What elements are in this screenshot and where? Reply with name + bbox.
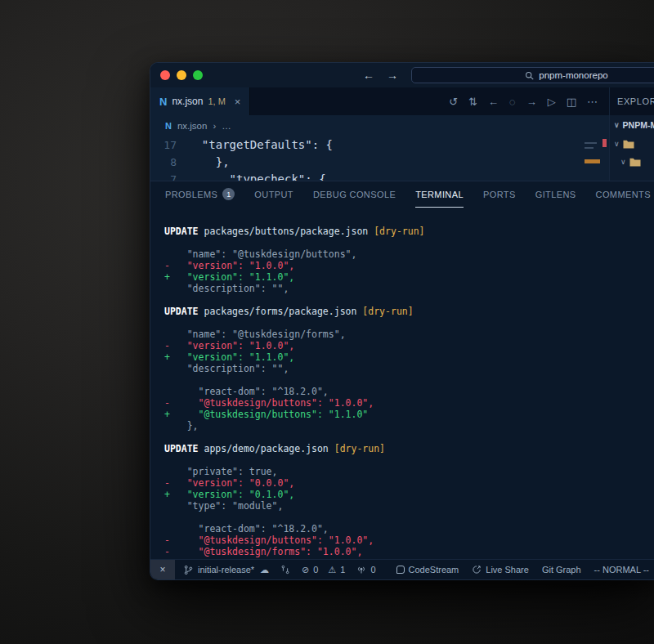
next-change-icon[interactable]: → [526, 96, 537, 107]
explorer-sidebar: ∨ PNPM-MONOREPO ∨∨ [609, 115, 654, 181]
tab-decoration: 1, M [208, 96, 225, 106]
error-icon: ⊘ [302, 565, 309, 575]
vscode-window: ← → pnpm-monorepo N nx.json 1, M × ↺⇅←◌→… [150, 62, 654, 580]
diff-added-line: + "version": "1.1.0", [164, 351, 294, 363]
panel-tab-comments[interactable]: COMMENTS [596, 181, 651, 208]
open-changes-icon[interactable]: ◌ [509, 96, 516, 107]
terminal-line: + "version": "0.1.0", [164, 489, 654, 500]
codestream-label: CodeStream [409, 565, 459, 575]
terminal-line [164, 454, 654, 466]
diff-added-line: + "version": "0.1.0", [164, 489, 294, 500]
explorer-section-header[interactable]: ∨ PNPM-MONOREPO [610, 115, 654, 135]
zoom-window-button[interactable] [193, 70, 203, 80]
explorer-folder-row[interactable]: ∨ [610, 135, 654, 153]
terminal-line: "react-dom": "^18.2.0", [164, 386, 654, 397]
diff-removed-line: - "@tuskdesign/buttons": "1.0.0", [164, 534, 374, 546]
close-window-button[interactable] [160, 70, 170, 80]
editor-line: 8 }, [150, 154, 609, 171]
live-share-status[interactable]: Live Share [472, 565, 529, 575]
ports-count: 0 [370, 565, 375, 575]
diff-context-line: "private": true, [164, 466, 277, 477]
panel-tab-ports[interactable]: PORTS [483, 181, 516, 208]
more-actions-icon[interactable]: ⋯ [587, 96, 598, 107]
status-bar-right: CodeStream Live Share Git Graph -- NORMA… [396, 565, 654, 575]
diff-context-line: "react-dom": "^18.2.0", [164, 386, 329, 397]
panel-tab-terminal[interactable]: TERMINAL [415, 181, 464, 208]
nx-file-icon: N [159, 96, 167, 108]
go-back-button[interactable]: ← [363, 69, 374, 81]
git-compare-action[interactable] [280, 565, 290, 575]
minimap-text-mark [585, 147, 594, 149]
panel-tab-label: DEBUG CONSOLE [313, 190, 396, 199]
run-icon[interactable]: ▷ [548, 96, 556, 107]
minimap[interactable] [585, 137, 607, 180]
panel-tab-label: OUTPUT [254, 190, 293, 199]
branch-name: initial-release* [198, 565, 254, 575]
terminal-line: "name": "@tuskdesign/buttons", [164, 248, 654, 260]
terminal-line: "react-dom": "^18.2.0", [164, 523, 654, 534]
codestream-status[interactable]: CodeStream [396, 565, 459, 575]
problems-status[interactable]: ⊘ 0 ⚠ 1 [302, 565, 345, 575]
minimize-window-button[interactable] [177, 70, 186, 80]
diff-removed-line: - "version": "0.0.0", [164, 477, 294, 489]
git-request-icon[interactable]: ⇅ [468, 96, 477, 107]
git-graph-status[interactable]: Git Graph [542, 565, 581, 575]
live-share-label: Live Share [486, 565, 529, 575]
terminal-line [164, 317, 654, 329]
panel-tab-output[interactable]: OUTPUT [254, 181, 293, 208]
command-center-search[interactable]: pnpm-monorepo [411, 67, 654, 83]
panel-tab-gitlens[interactable]: GITLENS [535, 181, 576, 208]
ports-status[interactable]: 0 [356, 565, 375, 575]
tab-nx-json[interactable]: N nx.json 1, M × [150, 87, 250, 115]
explorer-project-name: PNPM-MONOREPO [623, 120, 654, 130]
diff-removed-line: - "@tuskdesign/forms": "1.0.0", [164, 546, 362, 557]
go-forward-button[interactable]: → [387, 69, 398, 81]
terminal-command-text: UPDATE [164, 443, 199, 454]
panel-tab-problems[interactable]: PROBLEMS1 [165, 181, 235, 208]
terminal-line: + "@tuskdesign/buttons": "1.1.0" [164, 409, 654, 420]
terminal-line: - "version": "0.0.0", [164, 477, 654, 489]
terminal-line: "type": "module", [164, 500, 654, 512]
terminal-command-text: UPDATE [164, 226, 199, 237]
panel-tab-bar: PROBLEMS1OUTPUTDEBUG CONSOLETERMINALPORT… [150, 181, 654, 208]
terminal-line: - "@tuskdesign/buttons": "1.0.0", [164, 534, 654, 546]
git-branch-status[interactable]: initial-release* ☁ [183, 565, 269, 575]
explorer-folder-row[interactable]: ∨ [610, 153, 654, 171]
chevron-down-icon: ∨ [614, 140, 620, 148]
breadcrumb-more: … [222, 121, 231, 131]
panel-tab-label: PROBLEMS [165, 190, 217, 199]
search-icon [525, 71, 534, 80]
code-editor[interactable]: 17 "targetDefaults": {8 },7 "typecheck":… [150, 136, 609, 181]
diff-removed-line: - "version": "1.0.0", [164, 340, 294, 351]
terminal-line: - "@tuskdesign/buttons": "1.0.0", [164, 397, 654, 409]
panel-tab-debug-console[interactable]: DEBUG CONSOLE [313, 181, 396, 208]
codestream-icon [396, 566, 405, 574]
close-tab-button[interactable]: × [235, 96, 241, 108]
diff-removed-line: - "@tuskdesign/buttons": "1.0.0", [164, 397, 374, 409]
minimap-change-mark [585, 159, 600, 163]
diff-added-line: + "@tuskdesign/buttons": "1.1.0" [164, 409, 368, 420]
terminal-line: "private": true, [164, 466, 654, 477]
remote-indicator[interactable]: × [150, 560, 175, 579]
search-text: pnpm-monorepo [539, 70, 607, 80]
previous-change-icon[interactable]: ← [488, 96, 499, 107]
panel-tab-label: GITLENS [535, 190, 576, 199]
split-editor-icon[interactable]: ◫ [567, 96, 576, 107]
terminal-output[interactable]: UPDATE packages/buttons/package.json [dr… [150, 208, 654, 559]
diff-context-line: "name": "@tuskdesign/buttons", [164, 248, 356, 260]
editor-actions: ↺⇅←◌→▷◫⋯ [449, 87, 609, 115]
terminal-line: UPDATE packages/buttons/package.json [dr… [164, 226, 654, 237]
terminal-line: "description": "", [164, 363, 654, 374]
terminal-line [164, 294, 654, 306]
git-compare-icon [280, 565, 290, 575]
error-count: 0 [313, 565, 318, 575]
panel-tab-label: PORTS [483, 190, 516, 199]
git-branch-icon [183, 565, 194, 575]
history-icon[interactable]: ↺ [449, 96, 458, 107]
tab-bar: N nx.json 1, M × ↺⇅←◌→▷◫⋯ EXPLORER [150, 87, 654, 115]
breadcrumb[interactable]: N nx.json › … [150, 115, 609, 136]
terminal-line: - "@tuskdesign/forms": "1.0.0", [164, 546, 654, 557]
publish-changes-icon: ☁ [260, 565, 269, 575]
overview-ruler-change-mark [602, 139, 607, 147]
line-number: 7 [150, 171, 188, 181]
